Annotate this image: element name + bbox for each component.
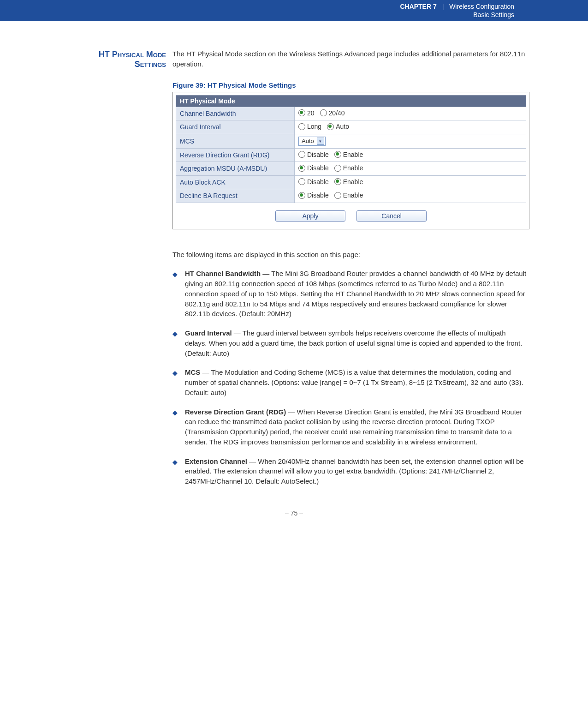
table-row: MCSAuto▾ [176, 134, 526, 148]
bullet-body: Guard Interval — The guard interval betw… [185, 328, 529, 358]
radio-icon [298, 123, 305, 130]
table-row: Channel Bandwidth2020/40 [176, 107, 526, 120]
side-title-line2: Settings [0, 60, 166, 69]
bullet-body: Extension Channel — When 20/40MHz channe… [185, 456, 529, 486]
list-item: ◆Reverse Direction Grant (RDG) — When Re… [172, 407, 529, 447]
setting-label: Reverse Direction Grant (RDG) [176, 148, 295, 162]
bullet-term: Extension Channel [185, 457, 247, 465]
bullet-text: — The Modulation and Coding Scheme (MCS)… [185, 368, 523, 396]
setting-value: DisableEnable [295, 189, 526, 203]
table-row: Guard IntervalLongAuto [176, 120, 526, 134]
radio-icon [334, 165, 341, 172]
radio-icon [334, 192, 341, 199]
radio-option[interactable]: Enable [334, 178, 363, 186]
figure-caption: Figure 39: HT Physical Mode Settings [172, 81, 529, 89]
radio-label: 20/40 [329, 109, 345, 117]
radio-option[interactable]: Disable [298, 192, 329, 199]
radio-option[interactable]: Auto [327, 123, 349, 130]
mcs-select[interactable]: Auto▾ [298, 137, 326, 146]
table-row: Reverse Direction Grant (RDG)DisableEnab… [176, 148, 526, 162]
list-item: ◆Guard Interval — The guard interval bet… [172, 328, 529, 358]
radio-label: Enable [343, 151, 363, 158]
radio-label: Disable [307, 151, 329, 158]
radio-icon [298, 192, 305, 199]
bullet-term: MCS [185, 368, 200, 376]
table-heading: HT Physical Mode [176, 95, 526, 107]
cancel-button[interactable]: Cancel [356, 210, 427, 222]
chapter-label: Chapter 7 [400, 3, 436, 10]
table-row: Decline BA RequestDisableEnable [176, 189, 526, 203]
page-header: Chapter 7 | Wireless Configuration Basic… [0, 0, 588, 21]
bullet-icon: ◆ [172, 270, 178, 279]
apply-button[interactable]: Apply [275, 210, 345, 222]
bullet-text: — The guard interval between symbols hel… [185, 329, 522, 357]
setting-label: Auto Block ACK [176, 175, 295, 189]
radio-label: Disable [307, 192, 329, 199]
setting-label: Decline BA Request [176, 189, 295, 203]
setting-value: 2020/40 [295, 107, 526, 120]
setting-label: Channel Bandwidth [176, 107, 295, 120]
bullet-body: HT Channel Bandwidth — The Mini 3G Broad… [185, 269, 529, 319]
radio-option[interactable]: Enable [334, 151, 363, 158]
radio-option[interactable]: Long [298, 123, 321, 130]
radio-icon [298, 109, 305, 116]
setting-value: DisableEnable [295, 162, 526, 176]
header-subtitle: Basic Settings [0, 10, 514, 18]
figure-box: HT Physical Mode Channel Bandwidth2020/4… [172, 92, 529, 229]
radio-icon [298, 165, 305, 172]
radio-icon [320, 109, 327, 116]
select-value: Auto [302, 138, 314, 144]
setting-value: Auto▾ [295, 134, 526, 148]
setting-label: Aggregation MSDU (A-MSDU) [176, 162, 295, 176]
bullet-term: Guard Interval [185, 329, 232, 337]
chevron-down-icon: ▾ [317, 138, 324, 145]
radio-icon [334, 178, 341, 185]
table-row: Aggregation MSDU (A-MSDU)DisableEnable [176, 162, 526, 176]
header-title: Wireless Configuration [449, 3, 514, 10]
radio-icon [298, 178, 305, 185]
radio-label: Long [307, 123, 321, 130]
section-side-title: HT Physical Mode Settings [0, 49, 172, 69]
radio-label: 20 [307, 109, 315, 117]
radio-option[interactable]: Disable [298, 151, 329, 158]
radio-option[interactable]: Disable [298, 164, 329, 172]
radio-option[interactable]: 20 [298, 109, 315, 117]
radio-icon [327, 123, 334, 130]
radio-option[interactable]: Enable [334, 164, 363, 172]
bullet-icon: ◆ [172, 329, 178, 338]
setting-value: LongAuto [295, 120, 526, 134]
separator: | [439, 3, 448, 10]
radio-label: Enable [343, 164, 363, 172]
radio-label: Enable [343, 178, 363, 186]
setting-label: Guard Interval [176, 120, 295, 134]
bullet-term: Reverse Direction Grant (RDG) [185, 408, 286, 416]
radio-label: Disable [307, 178, 329, 186]
side-title-line1: HT Physical Mode [99, 50, 166, 59]
setting-value: DisableEnable [295, 148, 526, 162]
bullet-body: MCS — The Modulation and Coding Scheme (… [185, 367, 529, 397]
list-item: ◆MCS — The Modulation and Coding Scheme … [172, 367, 529, 397]
bullet-term: HT Channel Bandwidth [185, 270, 261, 277]
radio-label: Disable [307, 164, 329, 172]
post-intro-text: The following items are displayed in thi… [172, 250, 529, 260]
radio-option[interactable]: Enable [334, 192, 363, 199]
radio-icon [334, 151, 341, 158]
button-row: Apply Cancel [176, 203, 526, 226]
setting-label: MCS [176, 134, 295, 148]
radio-option[interactable]: Disable [298, 178, 329, 186]
page-number: – 75 – [0, 496, 588, 521]
intro-text: The HT Physical Mode section on the Wire… [172, 49, 529, 69]
setting-value: DisableEnable [295, 175, 526, 189]
settings-table: HT Physical Mode Channel Bandwidth2020/4… [176, 95, 526, 203]
radio-option[interactable]: 20/40 [320, 109, 345, 117]
list-item: ◆HT Channel Bandwidth — The Mini 3G Broa… [172, 269, 529, 319]
table-row: Auto Block ACKDisableEnable [176, 175, 526, 189]
bullet-icon: ◆ [172, 368, 178, 377]
bullet-icon: ◆ [172, 457, 178, 467]
bullet-icon: ◆ [172, 408, 178, 417]
radio-label: Enable [343, 192, 363, 199]
radio-label: Auto [336, 123, 349, 130]
bullet-list: ◆HT Channel Bandwidth — The Mini 3G Broa… [172, 269, 529, 486]
radio-icon [298, 151, 305, 158]
bullet-body: Reverse Direction Grant (RDG) — When Rev… [185, 407, 529, 447]
